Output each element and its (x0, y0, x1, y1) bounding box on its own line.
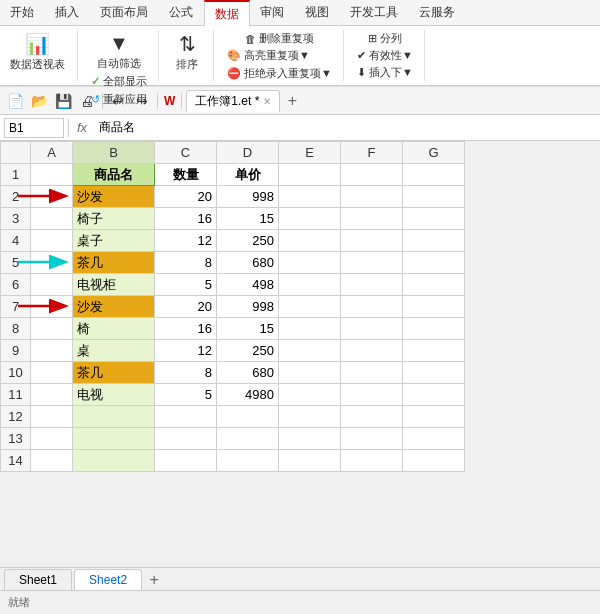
col-header-c[interactable]: C (155, 142, 217, 164)
cell-r2-c2[interactable]: 沙发 (73, 186, 155, 208)
cell-r11-c1[interactable] (31, 384, 73, 406)
file-tab[interactable]: 工作簿1.et * ✕ (186, 90, 280, 112)
cell-r14-c6[interactable] (341, 450, 403, 472)
cell-r2-c6[interactable] (341, 186, 403, 208)
row-header[interactable]: 11 (1, 384, 31, 406)
cell-r13-c6[interactable] (341, 428, 403, 450)
cell-r10-c4[interactable]: 680 (217, 362, 279, 384)
cell-r8-c5[interactable] (279, 318, 341, 340)
add-sheet-button[interactable]: + (144, 570, 164, 590)
cell-ref[interactable]: B1 (4, 118, 64, 138)
insert-down-button[interactable]: ⬇ 插入下▼ (354, 64, 416, 81)
cell-r11-c2[interactable]: 电视 (73, 384, 155, 406)
cell-r2-c3[interactable]: 20 (155, 186, 217, 208)
cell-r13-c4[interactable] (217, 428, 279, 450)
cell-r4-c3[interactable]: 12 (155, 230, 217, 252)
cell-r10-c6[interactable] (341, 362, 403, 384)
row-header[interactable]: 3 (1, 208, 31, 230)
cell-r13-c1[interactable] (31, 428, 73, 450)
cell-r6-c2[interactable]: 电视柜 (73, 274, 155, 296)
cell-r13-c3[interactable] (155, 428, 217, 450)
print-button[interactable]: 🖨 (76, 90, 98, 112)
cell-r8-c6[interactable] (341, 318, 403, 340)
col-header-e[interactable]: E (279, 142, 341, 164)
tab-page-layout[interactable]: 页面布局 (90, 0, 159, 25)
cell-r9-c3[interactable]: 12 (155, 340, 217, 362)
row-header[interactable]: 12 (1, 406, 31, 428)
cell-r10-c7[interactable] (403, 362, 465, 384)
cell-r5-c3[interactable]: 8 (155, 252, 217, 274)
cell-r3-c6[interactable] (341, 208, 403, 230)
col-header-a[interactable]: A (31, 142, 73, 164)
cell-r8-c2[interactable]: 椅 (73, 318, 155, 340)
row-header[interactable]: 4 (1, 230, 31, 252)
cell-r10-c3[interactable]: 8 (155, 362, 217, 384)
cell-r13-c2[interactable] (73, 428, 155, 450)
cell-r10-c2[interactable]: 茶几 (73, 362, 155, 384)
save-button[interactable]: 💾 (52, 90, 74, 112)
row-header[interactable]: 1 (1, 164, 31, 186)
tab-dev[interactable]: 开发工具 (340, 0, 409, 25)
cell-r5-c7[interactable] (403, 252, 465, 274)
cell-r14-c2[interactable] (73, 450, 155, 472)
auto-filter-button[interactable]: ▼ 自动筛选 (93, 30, 145, 73)
cell-r9-c4[interactable]: 250 (217, 340, 279, 362)
cell-r4-c5[interactable] (279, 230, 341, 252)
cell-r12-c6[interactable] (341, 406, 403, 428)
row-header[interactable]: 7 (1, 296, 31, 318)
cell-r1-c4[interactable]: 单价 (217, 164, 279, 186)
cell-r4-c6[interactable] (341, 230, 403, 252)
cell-r7-c6[interactable] (341, 296, 403, 318)
cell-r10-c1[interactable] (31, 362, 73, 384)
cell-r2-c4[interactable]: 998 (217, 186, 279, 208)
cell-r12-c1[interactable] (31, 406, 73, 428)
close-tab-icon[interactable]: ✕ (263, 96, 271, 107)
cell-r6-c3[interactable]: 5 (155, 274, 217, 296)
cell-r7-c4[interactable]: 998 (217, 296, 279, 318)
cell-r4-c2[interactable]: 桌子 (73, 230, 155, 252)
cell-r14-c1[interactable] (31, 450, 73, 472)
cell-r12-c7[interactable] (403, 406, 465, 428)
tab-cloud[interactable]: 云服务 (409, 0, 466, 25)
cell-r9-c2[interactable]: 桌 (73, 340, 155, 362)
cell-r8-c1[interactable] (31, 318, 73, 340)
cell-r9-c1[interactable] (31, 340, 73, 362)
cell-r1-c7[interactable] (403, 164, 465, 186)
cell-r5-c2[interactable]: 茶几 (73, 252, 155, 274)
row-header[interactable]: 9 (1, 340, 31, 362)
cell-r11-c6[interactable] (341, 384, 403, 406)
highlight-dup-button[interactable]: 🎨 高亮重复项▼ (224, 47, 335, 64)
redo-button[interactable]: ↪ (131, 90, 153, 112)
col-header-d[interactable]: D (217, 142, 279, 164)
cell-r6-c4[interactable]: 498 (217, 274, 279, 296)
cell-r9-c6[interactable] (341, 340, 403, 362)
cell-r4-c7[interactable] (403, 230, 465, 252)
tab-data[interactable]: 数据 (204, 0, 250, 26)
new-tab-button[interactable]: + (282, 91, 302, 111)
cell-r12-c2[interactable] (73, 406, 155, 428)
sheet-tab-2[interactable]: Sheet2 (74, 569, 142, 591)
new-file-button[interactable]: 📄 (4, 90, 26, 112)
undo-button[interactable]: ↩ (107, 90, 129, 112)
cell-r9-c5[interactable] (279, 340, 341, 362)
cell-r14-c3[interactable] (155, 450, 217, 472)
tab-review[interactable]: 审阅 (250, 0, 295, 25)
cell-r6-c5[interactable] (279, 274, 341, 296)
cell-r5-c4[interactable]: 680 (217, 252, 279, 274)
col-header-b[interactable]: B (73, 142, 155, 164)
cell-r3-c1[interactable] (31, 208, 73, 230)
cell-r11-c3[interactable]: 5 (155, 384, 217, 406)
open-file-button[interactable]: 📂 (28, 90, 50, 112)
cell-r2-c5[interactable] (279, 186, 341, 208)
cell-r11-c4[interactable]: 4980 (217, 384, 279, 406)
cell-r3-c7[interactable] (403, 208, 465, 230)
cell-r3-c2[interactable]: 椅子 (73, 208, 155, 230)
cell-r12-c3[interactable] (155, 406, 217, 428)
cell-r2-c1[interactable] (31, 186, 73, 208)
cell-r11-c7[interactable] (403, 384, 465, 406)
cell-r12-c5[interactable] (279, 406, 341, 428)
cell-r2-c7[interactable] (403, 186, 465, 208)
cell-r14-c5[interactable] (279, 450, 341, 472)
cell-r11-c5[interactable] (279, 384, 341, 406)
row-header[interactable]: 13 (1, 428, 31, 450)
